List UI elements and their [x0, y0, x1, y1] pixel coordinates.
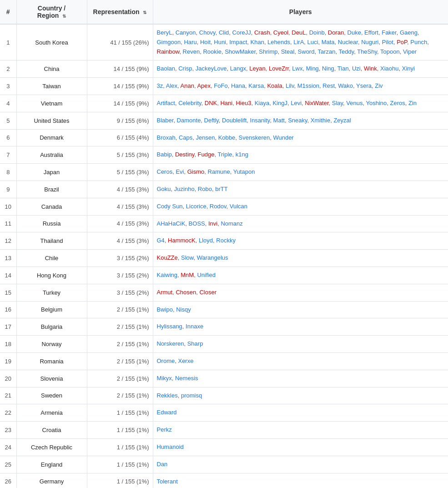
player-name[interactable]: Levi [291, 100, 302, 106]
player-name[interactable]: Doinb [309, 29, 325, 36]
player-name[interactable]: Punch [410, 39, 427, 45]
player-name[interactable]: Faker [382, 29, 397, 36]
player-name[interactable]: LoveZrr [269, 65, 289, 72]
player-name[interactable]: Rest [322, 82, 335, 89]
player-name[interactable]: BOSS [189, 220, 205, 227]
player-name[interactable]: Zeyzal [333, 117, 351, 124]
player-name[interactable]: Lloyd [199, 237, 213, 244]
player-name[interactable]: Shrimp [259, 48, 277, 55]
player-name[interactable]: Gismo [187, 168, 205, 175]
player-name[interactable]: Uzi [352, 65, 361, 72]
player-name[interactable]: Crisp [178, 65, 192, 72]
player-name[interactable]: Tarzan [317, 48, 335, 55]
player-name[interactable]: Haru [184, 39, 196, 45]
player-name[interactable]: MnM [181, 272, 194, 278]
header-country[interactable]: Country /Region ⇅ [16, 0, 87, 24]
player-name[interactable]: Deftly [204, 117, 219, 124]
player-name[interactable]: Zeros [390, 100, 405, 106]
player-name[interactable]: Kaiwing [157, 272, 178, 278]
player-name[interactable]: Norskeren [157, 340, 184, 347]
player-name[interactable]: Damonte [177, 117, 201, 124]
player-name[interactable]: Chovy [199, 29, 216, 36]
player-name[interactable]: AHaHaCiK [157, 220, 186, 227]
player-name[interactable]: Ziv [375, 82, 383, 89]
player-name[interactable]: Jensen [196, 134, 215, 141]
header-num[interactable]: # [0, 0, 16, 24]
player-name[interactable]: Baolan [157, 65, 175, 72]
player-name[interactable]: Koala [267, 82, 282, 89]
player-name[interactable]: Zin [408, 100, 417, 106]
player-name[interactable]: Mata [322, 39, 335, 45]
player-name[interactable]: Khan [251, 39, 264, 45]
player-name[interactable]: Duke [347, 29, 361, 36]
player-name[interactable]: Invi [208, 220, 217, 227]
player-name[interactable]: Lilv [286, 82, 294, 89]
player-name[interactable]: Mikyx [157, 375, 172, 382]
player-name[interactable]: Warangelus [197, 254, 228, 261]
player-name[interactable]: PoP [397, 39, 407, 45]
player-name[interactable]: Hieu3 [236, 100, 251, 106]
player-name[interactable]: Rodov [210, 203, 227, 210]
player-name[interactable]: Edward [157, 409, 177, 416]
player-name[interactable]: Cyeol [273, 29, 288, 36]
player-name[interactable]: Goku [157, 186, 171, 192]
player-name[interactable]: Triple [217, 151, 232, 158]
player-name[interactable]: Lehends [267, 39, 290, 45]
player-name[interactable]: Blaber [157, 117, 174, 124]
player-name[interactable]: KingJ [272, 100, 287, 106]
player-name[interactable]: Fudge [198, 151, 215, 158]
player-name[interactable]: Gaeng [400, 29, 418, 36]
player-name[interactable]: Pilot [382, 39, 393, 45]
player-name[interactable]: Reven [183, 48, 200, 55]
player-name[interactable]: Sword [298, 48, 315, 55]
player-name[interactable]: CoreJJ [232, 29, 251, 36]
player-name[interactable]: Steal [281, 48, 295, 55]
player-name[interactable]: NixWater [305, 100, 328, 106]
player-name[interactable]: brTT [215, 186, 227, 192]
player-name[interactable]: Impact [229, 39, 247, 45]
player-name[interactable]: Evi [176, 168, 184, 175]
player-name[interactable]: HammocK [168, 237, 196, 244]
player-name[interactable]: Doublelift [222, 117, 247, 124]
player-name[interactable]: Bwipo [157, 306, 173, 313]
player-name[interactable]: Apex [197, 82, 211, 89]
player-name[interactable]: Armut [157, 289, 173, 296]
player-name[interactable]: DNK [205, 100, 217, 106]
player-name[interactable]: Hani [220, 100, 232, 106]
player-name[interactable]: Doran [328, 29, 344, 36]
player-name[interactable]: BeryL [157, 29, 172, 36]
player-name[interactable]: Kiaya [255, 100, 270, 106]
player-name[interactable]: Caps [179, 134, 192, 141]
player-name[interactable]: Ysera [356, 82, 372, 89]
player-name[interactable]: Topoon [380, 48, 400, 55]
player-name[interactable]: Rookie [203, 48, 221, 55]
player-name[interactable]: Alex [166, 82, 177, 89]
player-name[interactable]: Xerxe [178, 357, 193, 364]
player-name[interactable]: Xinyi [402, 65, 415, 72]
header-players[interactable]: Players [153, 0, 448, 24]
player-name[interactable]: Yoshino [366, 100, 387, 106]
player-name[interactable]: Wink [364, 65, 377, 72]
player-name[interactable]: Ramune [208, 168, 230, 175]
player-name[interactable]: Venus [346, 100, 362, 106]
player-name[interactable]: Sneaky [288, 117, 307, 124]
player-name[interactable]: promisq [181, 392, 202, 399]
player-name[interactable]: Leyan [249, 65, 265, 72]
player-name[interactable]: DeuL [292, 29, 306, 36]
player-name[interactable]: Kobbe [218, 134, 236, 141]
player-name[interactable]: Nomanz [221, 220, 242, 227]
player-name[interactable]: Karsa [248, 82, 264, 89]
player-name[interactable]: Clid [219, 29, 229, 36]
player-name[interactable]: Closer [199, 289, 216, 296]
player-name[interactable]: Teddy [338, 48, 354, 55]
player-name[interactable]: Gimgoon [157, 39, 181, 45]
player-name[interactable]: Crash [254, 29, 270, 36]
player-name[interactable]: Destiny [175, 151, 194, 158]
player-name[interactable]: G4 [157, 237, 165, 244]
player-name[interactable]: Rekkles [157, 392, 178, 399]
player-name[interactable]: Viper [403, 48, 417, 55]
player-name[interactable]: FoFo [214, 82, 227, 89]
player-name[interactable]: Sharp [187, 340, 203, 347]
player-name[interactable]: Babip [157, 151, 172, 158]
player-name[interactable]: Perkz [157, 426, 172, 433]
